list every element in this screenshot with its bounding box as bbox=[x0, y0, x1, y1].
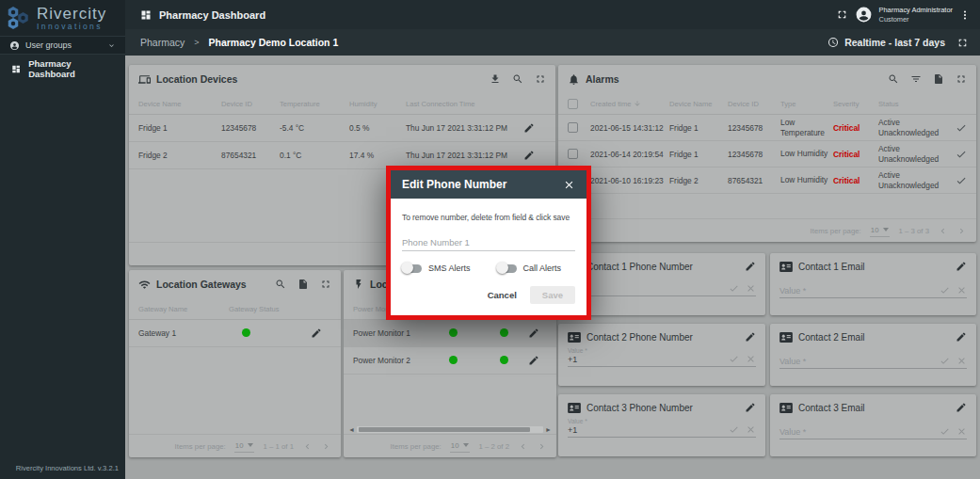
clear-x-icon[interactable] bbox=[956, 426, 967, 437]
device-name: Fridge 1 bbox=[138, 123, 221, 133]
phone-value[interactable]: +1 bbox=[568, 425, 722, 435]
edit-pencil-icon[interactable] bbox=[528, 327, 539, 339]
page-next-icon[interactable] bbox=[321, 441, 331, 452]
save-button[interactable]: Save bbox=[530, 286, 575, 304]
modal-close-button[interactable] bbox=[563, 179, 575, 191]
filter-button[interactable] bbox=[910, 73, 922, 85]
edit-pencil-icon[interactable] bbox=[956, 402, 967, 413]
clear-x-icon[interactable] bbox=[956, 356, 967, 366]
fullscreen-icon bbox=[535, 73, 546, 85]
sms-alerts-label: SMS Alerts bbox=[428, 263, 471, 273]
alarm-row: 2021-06-15 14:31:12 Fridge 1 12345678 Lo… bbox=[558, 115, 976, 141]
search-button[interactable] bbox=[275, 279, 286, 290]
page-next-icon[interactable] bbox=[956, 226, 967, 236]
row-checkbox[interactable] bbox=[568, 149, 578, 159]
column-header: Created time bbox=[590, 100, 669, 108]
page-prev-icon[interactable] bbox=[518, 441, 528, 452]
sort-desc-icon[interactable] bbox=[634, 100, 641, 107]
expand-button[interactable] bbox=[320, 279, 331, 290]
export-button[interactable] bbox=[933, 73, 944, 85]
expand-button[interactable] bbox=[535, 73, 546, 85]
page-prev-icon[interactable] bbox=[302, 441, 313, 452]
email-value-placeholder[interactable]: Value * bbox=[779, 427, 933, 437]
edit-pencil-icon[interactable] bbox=[745, 261, 756, 272]
user-groups-dropdown[interactable]: User groups bbox=[0, 36, 125, 55]
confirm-check-icon[interactable] bbox=[940, 285, 950, 295]
email-value-placeholder[interactable]: Value * bbox=[779, 357, 933, 366]
card-title: Contact 2 Phone Number bbox=[586, 332, 693, 343]
items-per-page-select[interactable]: 10 bbox=[450, 440, 471, 453]
scroll-right-arrow[interactable]: ► bbox=[545, 426, 552, 433]
select-all-checkbox[interactable] bbox=[568, 99, 578, 109]
column-header: Status bbox=[878, 100, 939, 108]
call-alerts-toggle[interactable]: Call Alerts bbox=[497, 263, 562, 273]
time-window-label: Realtime - last 7 days bbox=[844, 37, 945, 48]
gateway-row: Gateway 1 bbox=[129, 320, 341, 347]
confirm-check-icon[interactable] bbox=[729, 424, 739, 435]
alarm-type: Low Humidity bbox=[780, 149, 833, 159]
more-menu-button[interactable] bbox=[959, 9, 971, 21]
items-per-page-select[interactable]: 10 bbox=[870, 225, 891, 237]
edit-pencil-icon[interactable] bbox=[956, 261, 967, 272]
panel-title: Location Devices bbox=[156, 73, 237, 85]
items-per-page-select[interactable]: 10 bbox=[234, 440, 255, 453]
confirm-check-icon[interactable] bbox=[940, 356, 950, 366]
breadcrumb: Pharmacy > Pharmacy Demo Location 1 bbox=[140, 37, 338, 48]
expand-button[interactable] bbox=[956, 73, 967, 85]
email-value-placeholder[interactable]: Value * bbox=[779, 286, 933, 295]
alarm-device-id: 12345678 bbox=[728, 150, 780, 159]
scrollbar-thumb[interactable] bbox=[359, 427, 530, 432]
caret-down-icon bbox=[463, 443, 469, 447]
edit-pencil-icon[interactable] bbox=[523, 150, 535, 161]
phone-number-input[interactable] bbox=[402, 235, 575, 251]
page-prev-icon[interactable] bbox=[938, 226, 948, 236]
user-menu[interactable]: Pharmacy Administrator Customer bbox=[879, 6, 953, 24]
edit-pencil-icon[interactable] bbox=[745, 402, 756, 413]
alarm-severity: Critical bbox=[833, 123, 878, 133]
row-checkbox[interactable] bbox=[568, 122, 578, 133]
contact-card-icon bbox=[568, 403, 581, 413]
breadcrumb-parent[interactable]: Pharmacy bbox=[140, 37, 185, 48]
device-humidity: 0.5 % bbox=[349, 123, 406, 133]
edit-pencil-icon[interactable] bbox=[528, 355, 539, 366]
search-button[interactable] bbox=[888, 73, 899, 85]
alarm-device: Fridge 1 bbox=[669, 123, 728, 133]
avatar[interactable] bbox=[855, 6, 873, 24]
column-header: Type bbox=[780, 100, 833, 108]
page-next-icon[interactable] bbox=[537, 441, 547, 452]
acknowledge-check-icon[interactable] bbox=[956, 149, 967, 160]
fullscreen-button[interactable] bbox=[836, 8, 848, 21]
device-temperature: 0.1 °C bbox=[280, 151, 349, 160]
confirm-check-icon[interactable] bbox=[940, 426, 950, 437]
alarm-device: Fridge 1 bbox=[669, 150, 728, 159]
edit-pencil-icon[interactable] bbox=[311, 327, 322, 339]
clear-x-icon[interactable] bbox=[956, 285, 967, 295]
confirm-check-icon[interactable] bbox=[729, 354, 739, 364]
pagination: Items per page: 10 1 – 2 of 2 bbox=[344, 434, 556, 457]
download-button[interactable] bbox=[490, 73, 501, 85]
acknowledge-check-icon[interactable] bbox=[956, 122, 967, 134]
brand-logo[interactable]: Rivercity Innovations bbox=[0, 0, 125, 36]
export-button[interactable] bbox=[297, 279, 309, 290]
fullscreen-icon bbox=[320, 279, 331, 290]
modal-message: To remove number, delete from field & cl… bbox=[402, 213, 575, 222]
clear-x-icon[interactable] bbox=[746, 354, 756, 364]
caret-down-icon bbox=[883, 228, 889, 232]
confirm-check-icon[interactable] bbox=[729, 283, 739, 294]
edit-pencil-icon[interactable] bbox=[745, 331, 756, 343]
sidebar-item-pharmacy-dashboard[interactable]: Pharmacy Dashboard bbox=[0, 57, 125, 80]
dashboard-fullscreen-button[interactable] bbox=[956, 37, 969, 49]
device-id: 12345678 bbox=[221, 123, 280, 133]
clear-x-icon[interactable] bbox=[746, 424, 756, 435]
sms-alerts-toggle[interactable]: SMS Alerts bbox=[402, 263, 471, 273]
edit-pencil-icon[interactable] bbox=[523, 122, 535, 134]
clear-x-icon[interactable] bbox=[746, 283, 756, 294]
edit-pencil-icon[interactable] bbox=[956, 331, 967, 343]
phone-value[interactable]: +1 bbox=[568, 355, 722, 364]
search-button[interactable] bbox=[512, 73, 523, 85]
acknowledge-check-icon[interactable] bbox=[956, 175, 967, 186]
horizontal-scrollbar: ◄ ► bbox=[348, 426, 552, 433]
cancel-button[interactable]: Cancel bbox=[482, 286, 522, 304]
scroll-left-arrow[interactable]: ◄ bbox=[348, 426, 355, 433]
time-window-button[interactable]: Realtime - last 7 days bbox=[827, 37, 945, 48]
